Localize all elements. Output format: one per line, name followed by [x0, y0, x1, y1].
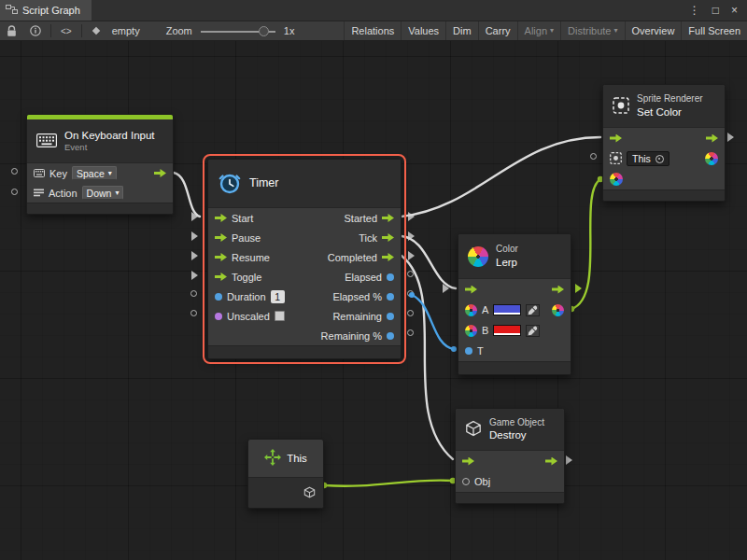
node-title: Destroy	[489, 428, 544, 441]
flow-out-port[interactable]	[545, 457, 557, 466]
this-object-field[interactable]: This	[627, 151, 669, 166]
key-label: Key	[49, 168, 67, 179]
relations-button[interactable]: Relations	[344, 21, 401, 40]
wire-elapsedpct-to-lerp-t[interactable]	[412, 295, 454, 349]
this-object-label: This	[632, 153, 651, 164]
color-wheel-icon	[465, 325, 477, 337]
zoom-slider[interactable]	[201, 21, 275, 40]
wire-started-to-setcolor[interactable]	[402, 137, 600, 217]
carry-button[interactable]: Carry	[478, 21, 517, 40]
started-port[interactable]	[382, 214, 394, 222]
elapsed-port[interactable]	[387, 273, 394, 281]
tab-title: Script Graph	[22, 5, 80, 16]
values-button[interactable]: Values	[401, 21, 445, 40]
toggle-port[interactable]	[215, 273, 227, 281]
completed-port[interactable]	[382, 253, 394, 261]
node-destroy[interactable]: Game Object Destroy Obj	[455, 408, 565, 504]
wire-tick-to-lerp[interactable]	[402, 236, 456, 288]
color-wheel-icon[interactable]	[610, 173, 623, 186]
duration-port[interactable]	[215, 293, 222, 301]
flow-in-port[interactable]	[462, 457, 474, 466]
graph-asset-name: empty	[107, 25, 145, 36]
graph-toolbar: <> empty Zoom 1x Relations Values Dim Ca…	[0, 21, 747, 41]
wire-completed-to-destroy[interactable]	[402, 256, 453, 459]
color-out-port[interactable]	[552, 304, 564, 316]
lock-icon[interactable]	[0, 21, 23, 40]
duration-input[interactable]: 1	[271, 290, 285, 303]
titlebar: Script Graph ⋮ □ ×	[0, 0, 747, 21]
node-set-color[interactable]: Sprite Renderer Set Color This	[602, 84, 726, 202]
unity-graph-window: Script Graph ⋮ □ × <> empty Zoom 1x Rela…	[0, 0, 747, 560]
dim-button[interactable]: Dim	[445, 21, 478, 40]
wire-endpoint	[409, 292, 415, 298]
eyedropper-icon[interactable]	[526, 325, 540, 337]
overview-button[interactable]: Overview	[625, 21, 682, 40]
node-this[interactable]: This	[247, 439, 324, 509]
maximize-icon[interactable]: □	[712, 4, 719, 17]
tick-port[interactable]	[382, 233, 394, 242]
key-type-icon	[34, 168, 45, 179]
flow-in-port[interactable]	[610, 134, 622, 143]
color-wheel-icon	[468, 246, 488, 267]
node-timer[interactable]: Timer Start Started Pause Tick Resume Co…	[207, 159, 402, 359]
node-color-lerp[interactable]: Color Lerp A B	[458, 233, 571, 375]
resume-port[interactable]	[215, 253, 227, 261]
remaining-port[interactable]	[387, 313, 394, 320]
sprite-renderer-mini-icon	[610, 152, 622, 166]
tab-script-graph[interactable]: Script Graph	[0, 0, 92, 21]
port-label: Start	[232, 213, 253, 224]
wire-keyboard-to-timer-start[interactable]	[174, 173, 200, 217]
node-title: Timer	[249, 176, 278, 191]
port-label: Pause	[232, 232, 261, 244]
gameobject-output-port[interactable]	[303, 486, 316, 500]
node-footer	[208, 345, 401, 358]
action-type-icon	[34, 188, 44, 199]
flow-in-port[interactable]	[465, 286, 477, 294]
node-footer	[456, 492, 564, 503]
trigger-out-port[interactable]	[154, 169, 166, 177]
node-on-keyboard-input[interactable]: On Keyboard Input Event Key Space ▾	[26, 114, 174, 215]
graph-canvas[interactable]: On Keyboard Input Event Key Space ▾	[0, 41, 747, 560]
wire-lerp-to-setcolor-color[interactable]	[571, 179, 600, 309]
port-label: B	[482, 325, 488, 336]
chevron-down-icon: ▾	[115, 189, 119, 197]
gameobject-cube-icon	[465, 420, 482, 439]
unscaled-port[interactable]	[215, 313, 222, 320]
code-view-icon[interactable]: <>	[54, 21, 78, 40]
unscaled-checkbox[interactable]	[275, 311, 285, 321]
distribute-button[interactable]: Distribute ▾	[560, 21, 624, 40]
close-icon[interactable]: ×	[731, 4, 738, 17]
start-port[interactable]	[215, 214, 227, 222]
info-icon[interactable]	[23, 21, 48, 40]
distribute-label: Distribute	[568, 25, 611, 36]
flow-out-port[interactable]	[706, 134, 718, 143]
elapsed-pct-port[interactable]	[387, 293, 394, 301]
color-wheel-icon[interactable]	[705, 152, 718, 165]
zoom-slider-handle[interactable]	[259, 26, 269, 36]
fullscreen-button[interactable]: Full Screen	[681, 21, 747, 40]
color-b-swatch[interactable]	[493, 325, 521, 336]
action-dropdown[interactable]: Down ▾	[82, 186, 124, 200]
wire-this-to-destroy-obj[interactable]	[324, 481, 453, 486]
obj-port[interactable]	[462, 478, 470, 485]
target-picker-icon[interactable]	[655, 155, 664, 163]
port-label: A	[482, 304, 488, 315]
port-label: Unscaled	[227, 311, 270, 322]
action-label: Action	[49, 188, 78, 199]
t-port[interactable]	[465, 347, 472, 355]
toolbar-buttons: Relations Values Dim Carry Align ▾ Distr…	[344, 21, 747, 40]
chevron-down-icon: ▾	[108, 170, 112, 177]
align-button[interactable]: Align ▾	[517, 21, 560, 40]
zoom-value: 1x	[279, 25, 300, 36]
node-title: On Keyboard Input	[64, 129, 155, 142]
eyedropper-icon[interactable]	[526, 304, 540, 316]
flow-out-port[interactable]	[552, 286, 564, 294]
window-menu-icon[interactable]: ⋮	[689, 4, 700, 17]
key-dropdown[interactable]: Space ▾	[72, 166, 117, 180]
pause-port[interactable]	[215, 233, 227, 242]
remaining-pct-port[interactable]	[387, 332, 394, 340]
port-label: Duration	[227, 291, 266, 302]
color-a-swatch[interactable]	[493, 304, 521, 315]
wire-endpoint	[451, 346, 457, 352]
chevron-down-icon: ▾	[614, 27, 618, 35]
